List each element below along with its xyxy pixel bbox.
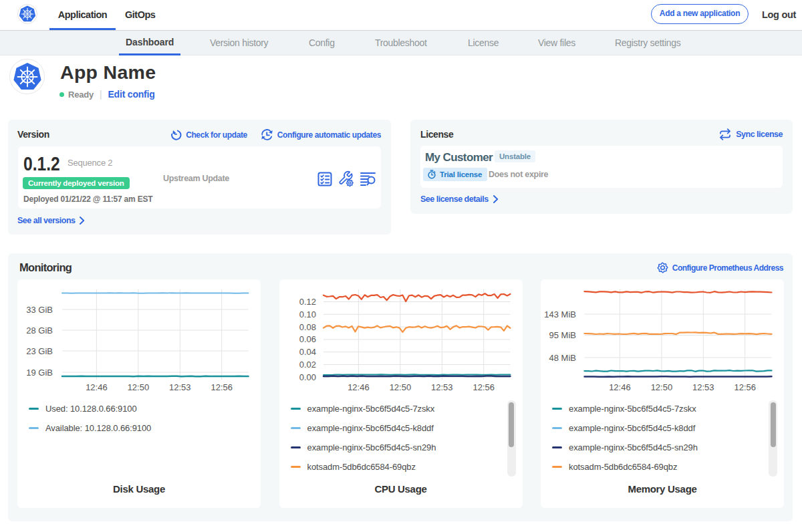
svg-text:12:56: 12:56: [734, 382, 756, 392]
svg-text:12:50: 12:50: [651, 382, 673, 392]
svg-text:0.00: 0.00: [299, 372, 315, 382]
svg-text:12:56: 12:56: [211, 382, 233, 392]
svg-text:12:50: 12:50: [389, 382, 411, 392]
svg-text:12:46: 12:46: [348, 382, 370, 392]
svg-text:95 MiB: 95 MiB: [549, 330, 576, 340]
svg-text:19 GiB: 19 GiB: [26, 368, 53, 378]
svg-text:143 MiB: 143 MiB: [544, 309, 576, 319]
svg-text:12:56: 12:56: [473, 382, 495, 392]
svg-text:12:53: 12:53: [431, 382, 453, 392]
svg-text:0.12: 0.12: [299, 297, 315, 307]
svg-text:0.02: 0.02: [299, 360, 315, 370]
svg-text:33 GiB: 33 GiB: [26, 305, 53, 315]
svg-text:12:53: 12:53: [692, 382, 714, 392]
svg-text:28 GiB: 28 GiB: [26, 325, 53, 336]
svg-text:12:46: 12:46: [86, 382, 108, 392]
svg-text:12:53: 12:53: [169, 382, 191, 392]
svg-text:0.10: 0.10: [299, 309, 315, 319]
svg-text:48 MiB: 48 MiB: [549, 353, 576, 363]
svg-text:0.04: 0.04: [299, 347, 315, 357]
svg-text:0.08: 0.08: [299, 322, 315, 332]
svg-text:0.06: 0.06: [299, 334, 315, 344]
svg-text:12:46: 12:46: [609, 382, 631, 392]
svg-text:23 GiB: 23 GiB: [26, 346, 53, 356]
svg-text:12:50: 12:50: [128, 382, 150, 392]
